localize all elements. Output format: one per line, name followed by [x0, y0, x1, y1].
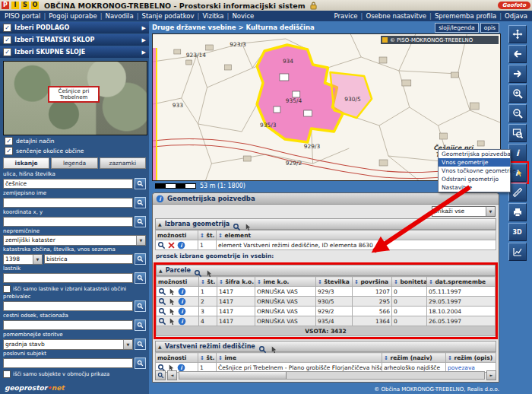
col-st[interactable]: ↕ št. — [199, 277, 217, 287]
street-input[interactable] — [3, 179, 133, 189]
select-icon[interactable] — [168, 297, 176, 306]
select-icon[interactable] — [168, 288, 176, 296]
full-extent-icon[interactable] — [508, 124, 527, 142]
sidebar-section-skupni-sloji[interactable]: ✓ Izberi SKUPNE SLOJE ▶ — [0, 46, 149, 58]
print-icon[interactable] — [508, 203, 527, 221]
col-rezim-opis[interactable]: ↕ režim (opis) — [446, 353, 496, 363]
select-icon[interactable] — [168, 317, 176, 326]
col-st[interactable]: ↕ št. — [198, 353, 217, 363]
col-stevilka[interactable]: ↕ številka — [316, 277, 353, 287]
panel-header[interactable]: i Geometrijska poizvedba — [153, 193, 499, 205]
sidebar-section-podlaga[interactable]: ✓ Izberi PODLAGO ▶ — [0, 22, 149, 33]
checkbox-checked[interactable]: ✓ — [5, 137, 13, 145]
collapse-icon[interactable]: ▲ — [158, 221, 162, 227]
menu-item-nastavitve[interactable]: Nastavitve — [439, 183, 510, 192]
select-all-icon[interactable] — [244, 220, 252, 228]
search-button[interactable] — [135, 272, 146, 284]
search-button[interactable] — [135, 216, 146, 227]
geoname-input[interactable] — [3, 198, 133, 208]
checkbox-unchecked[interactable] — [3, 370, 11, 378]
previous-view-icon[interactable] — [508, 45, 527, 63]
search-button[interactable] — [135, 178, 146, 189]
info-icon[interactable]: i — [177, 364, 185, 372]
checkbox-checked[interactable]: ✓ — [3, 24, 11, 32]
info-icon[interactable]: i — [178, 297, 186, 306]
scrollbar-track[interactable] — [179, 371, 485, 380]
search-button[interactable] — [135, 338, 146, 350]
zoom-to-icon[interactable] — [158, 288, 166, 296]
services-select[interactable]: gradnja stavb ▼ — [3, 339, 133, 350]
menu-item-odstrani-geometrijo[interactable]: Odstrani geometrijo — [439, 175, 510, 183]
section-selected-geometry[interactable]: ▲ Izbrana geometrija — [155, 218, 496, 230]
info-icon[interactable]: i — [177, 241, 185, 249]
search-button[interactable] — [135, 253, 146, 265]
section-parcels[interactable]: ▲ Parcele — [156, 265, 496, 276]
info-icon[interactable]: i — [178, 317, 186, 326]
business-input[interactable] — [3, 358, 133, 368]
info-icon[interactable]: i — [508, 144, 527, 162]
col-st[interactable]: ↕ št. — [198, 230, 217, 240]
col-ime[interactable]: ↕ ime — [217, 353, 382, 363]
3d-view-icon[interactable]: 3D — [508, 223, 527, 241]
menu-item-vnos-geometrije[interactable]: Vnos geometrije — [439, 158, 510, 167]
search-button[interactable] — [135, 357, 146, 369]
search-button[interactable] — [135, 300, 146, 312]
zoom-to-icon[interactable] — [158, 307, 166, 316]
zoom-in-icon[interactable] — [508, 84, 527, 103]
tab-zaznamki[interactable]: zaznamki — [100, 157, 146, 169]
menu-pogoji-uporabe[interactable]: Pogoji uporabe — [49, 12, 97, 20]
col-element[interactable]: ↕ element — [217, 230, 496, 240]
realestate-select[interactable]: zemljiški kataster ▼ — [3, 235, 146, 246]
povezava-link[interactable]: povezava — [448, 364, 475, 371]
menu-osebne-nastavitve[interactable]: Osebne nastavitve — [366, 12, 426, 20]
menu-pravice[interactable]: Pravice — [334, 12, 358, 20]
col-povrsina[interactable]: ↕ površina — [353, 277, 392, 287]
checkbox-checked[interactable]: ✓ — [3, 36, 11, 44]
zoom-to-icon[interactable] — [158, 297, 166, 306]
menu-item-vnos-tockovne-geometrije[interactable]: Vnos točkovne geometrije — [439, 167, 510, 175]
zoom-all-icon[interactable] — [258, 342, 267, 351]
road-input[interactable] — [3, 320, 133, 330]
scrollbar-thumb[interactable] — [179, 372, 287, 379]
description-button[interactable]: opis — [480, 23, 499, 33]
zoom-out-icon[interactable] — [508, 104, 527, 122]
zoom-to-icon[interactable] — [157, 241, 166, 249]
info-icon[interactable]: i — [178, 288, 186, 296]
search-button[interactable] — [135, 319, 146, 331]
menu-sprememba-profila[interactable]: Sprememba profila — [435, 12, 496, 20]
col-dat-spremembe[interactable]: ↕ dat.spremembe — [427, 277, 496, 287]
measure-icon[interactable] — [508, 183, 527, 202]
option-owner-filter[interactable]: išči samo lastnike v izbrani katastrski … — [3, 285, 146, 293]
col-sifra-ko[interactable]: ↕ šifra k.o. — [217, 277, 255, 287]
menu-novice[interactable]: Novice — [232, 12, 254, 20]
zoom-all-icon[interactable] — [194, 266, 202, 275]
zoom-results-icon[interactable] — [155, 370, 166, 380]
option-business-filter[interactable]: išči samo subjekte v območju prikaza — [3, 370, 146, 378]
scroll-left-icon[interactable]: ◄ — [167, 370, 177, 380]
zoom-all-icon[interactable] — [233, 220, 241, 228]
zoom-to-icon[interactable] — [158, 317, 166, 326]
coordinate-input[interactable] — [3, 217, 133, 227]
select-icon[interactable] — [168, 307, 176, 316]
owner-input[interactable] — [3, 273, 133, 283]
collapse-icon[interactable]: ▲ — [159, 268, 163, 273]
cadastral-name-input[interactable] — [44, 254, 133, 264]
tab-iskanje[interactable]: iskanje — [3, 157, 49, 169]
menu-navodila[interactable]: Navodila — [106, 12, 134, 20]
menu-item-geometrijska-poizvedba[interactable]: Geometrijska poizvedba — [439, 150, 510, 158]
remove-icon[interactable] — [167, 241, 176, 249]
menu-stanje-podatkov[interactable]: Stanje podatkov — [142, 12, 195, 20]
select-all-icon[interactable] — [270, 342, 278, 351]
select-all-icon[interactable] — [205, 266, 214, 275]
pan-icon[interactable] — [508, 25, 527, 43]
collapse-icon[interactable]: ▲ — [158, 344, 162, 349]
col-ime-ko[interactable]: ↕ ime k.o. — [255, 277, 316, 287]
overview-map[interactable]: Češnjice pri Trebelnem — [3, 61, 147, 135]
layers-legend-button[interactable]: sloji/legenda — [435, 23, 478, 33]
checkbox-unchecked[interactable] — [3, 285, 11, 293]
info-icon[interactable]: i — [178, 307, 186, 316]
show-filter-select[interactable]: prikaži vse ▼ — [432, 206, 496, 217]
next-view-icon[interactable] — [508, 65, 527, 83]
resident-input[interactable] — [3, 301, 133, 311]
menu-piso-portal[interactable]: PISO portal — [5, 12, 40, 20]
